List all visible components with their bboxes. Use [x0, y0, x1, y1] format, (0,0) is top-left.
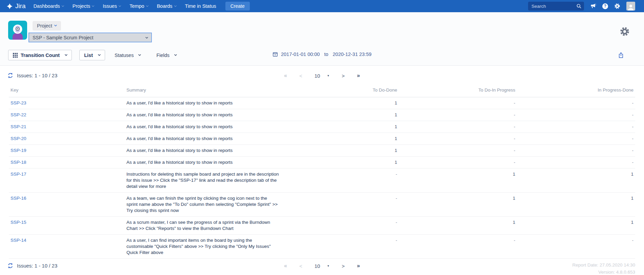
jira-logo[interactable]: Jira	[6, 2, 26, 10]
issues-count-label: Issues: 1 - 10 / 23	[17, 73, 57, 78]
help-icon[interactable]: ?	[602, 3, 608, 9]
date-from: 2017-01-01 00:00	[281, 52, 320, 57]
fields-dropdown-button[interactable]: Fields	[156, 53, 177, 58]
project-select[interactable]: SSP - Sample Scrum Project	[29, 33, 151, 42]
issue-key-link[interactable]: SSP-20	[11, 136, 26, 141]
create-button[interactable]: Create	[225, 2, 250, 11]
project-select-value: SSP - Sample Scrum Project	[33, 35, 93, 40]
issue-summary: As a scrum master, I can see the progres…	[125, 217, 281, 235]
user-silhouette-icon	[627, 4, 635, 11]
report-settings-icon[interactable]	[620, 26, 630, 38]
pager-prev-button[interactable]: <	[299, 73, 302, 79]
issue-summary: As a team, we can finish the sprint by c…	[125, 193, 281, 217]
export-button[interactable]	[618, 52, 624, 59]
issue-key-link[interactable]: SSP-23	[11, 100, 26, 105]
view-dropdown-button[interactable]: List	[79, 50, 105, 60]
metric-value: -	[281, 193, 399, 217]
column-todo-inprogress[interactable]: To Do-In Progress	[399, 85, 517, 97]
metric-value: -	[399, 145, 517, 157]
metric-value: -	[517, 121, 635, 133]
table-row: SSP-23As a user, I'd like a historical s…	[9, 97, 635, 109]
issue-key-link[interactable]: SSP-18	[11, 160, 26, 165]
issue-key-link[interactable]: SSP-17	[11, 172, 26, 177]
issue-summary: As a user, I'd like a historical story t…	[125, 145, 281, 157]
page-size-value: 10	[315, 73, 320, 79]
report-header: Project SSP - Sample Scrum Project Trans…	[0, 12, 644, 66]
refresh-icon[interactable]	[7, 73, 13, 78]
table-row: SSP-22As a user, I'd like a historical s…	[9, 109, 635, 121]
calendar-icon	[273, 52, 278, 57]
issue-key-link[interactable]: SSP-16	[11, 196, 26, 201]
table-row: SSP-18As a user, I'd like a historical s…	[9, 157, 635, 169]
pager-last-button[interactable]: »	[357, 73, 360, 79]
issue-summary: As a user, I'd like a historical story t…	[125, 157, 281, 169]
column-key[interactable]: Key	[9, 85, 125, 97]
project-avatar-icon	[8, 21, 27, 40]
metric-value: -	[399, 157, 517, 169]
date-range-picker[interactable]: 2017-01-01 00:00 to 2020-12-31 23:59	[273, 52, 371, 57]
pager-next-button[interactable]: >	[342, 73, 345, 79]
metric-value: 1	[517, 169, 635, 193]
project-avatar	[8, 21, 27, 40]
issue-key-link[interactable]: SSP-15	[11, 220, 26, 225]
pager-first-button[interactable]: «	[284, 73, 287, 79]
nav-time-in-status[interactable]: Time in Status	[181, 0, 221, 12]
issue-key-link[interactable]: SSP-22	[11, 112, 26, 117]
export-icon	[618, 52, 624, 58]
pager-last-button[interactable]: »	[357, 263, 360, 269]
metric-value: 1	[281, 121, 399, 133]
project-type-button[interactable]: Project	[33, 21, 61, 31]
metric-value: -	[517, 157, 635, 169]
page-size-select[interactable]: ▼	[327, 264, 329, 268]
metric-value: -	[281, 169, 399, 193]
issue-summary: As a user, I can find important items on…	[125, 235, 281, 259]
report-date: Report Date: 27.05.2020 14:30	[572, 261, 635, 269]
jira-logo-text: Jira	[15, 2, 26, 10]
table-row: SSP-19As a user, I'd like a historical s…	[9, 145, 635, 157]
column-todo-done[interactable]: To Do-Done	[281, 85, 399, 97]
nav-boards[interactable]: Boards	[153, 0, 181, 12]
metric-value: 1	[399, 169, 517, 193]
grid-icon	[13, 53, 18, 58]
statuses-dropdown-button[interactable]: Statuses	[115, 53, 141, 58]
issues-count: Issues: 1 - 10 / 23	[7, 73, 57, 78]
table-row: SSP-21As a user, I'd like a historical s…	[9, 121, 635, 133]
column-summary[interactable]: Summary	[125, 85, 281, 97]
refresh-icon-bottom[interactable]	[7, 263, 13, 269]
search-input[interactable]	[528, 2, 584, 11]
toolbar: Transition Count List Statuses Fields 20…	[0, 50, 644, 60]
nav-projects[interactable]: Projects	[68, 0, 98, 12]
page-size-select[interactable]: ▼	[327, 74, 329, 77]
metric-value: -	[517, 133, 635, 145]
issue-summary: As a user, I'd like a historical story t…	[125, 97, 281, 109]
issue-summary: As a user, I'd like a historical story t…	[125, 133, 281, 145]
search-icon[interactable]	[576, 3, 582, 9]
issue-key-link[interactable]: SSP-21	[11, 124, 26, 129]
settings-icon[interactable]	[614, 3, 620, 9]
pager-bottom: « < 10 ▼ > »	[284, 263, 360, 269]
list-header: Issues: 1 - 10 / 23 « < 10 ▼ > »	[0, 72, 644, 82]
jira-logo-icon	[6, 3, 13, 10]
quick-search	[528, 2, 584, 11]
metric-value: 1	[517, 193, 635, 217]
column-inprogress-done[interactable]: In Progress-Done	[517, 85, 635, 97]
nav-issues[interactable]: Issues	[98, 0, 125, 12]
table-row: SSP-17Instructions for deleting this sam…	[9, 169, 635, 193]
nav-tempo[interactable]: Tempo	[125, 0, 153, 12]
issue-key-link[interactable]: SSP-19	[11, 148, 26, 153]
pager-first-button[interactable]: «	[284, 263, 287, 269]
metric-dropdown-button[interactable]: Transition Count	[8, 50, 72, 60]
issue-summary: As a user, I'd like a historical story t…	[125, 121, 281, 133]
user-avatar[interactable]	[626, 2, 635, 11]
nav-dashboards[interactable]: Dashboards	[29, 0, 68, 12]
pager-top: « < 10 ▼ > »	[284, 73, 360, 79]
issues-table: Key Summary To Do-Done To Do-In Progress…	[9, 85, 635, 259]
issues-count-label-bottom: Issues: 1 - 10 / 23	[17, 263, 57, 269]
announcement-icon[interactable]	[590, 3, 596, 9]
pager-next-button[interactable]: >	[342, 263, 345, 269]
top-navbar: Jira Dashboards Projects Issues Tempo Bo…	[0, 0, 644, 12]
metric-value: -	[399, 235, 517, 259]
issue-key-link[interactable]: SSP-14	[11, 238, 26, 243]
pager-prev-button[interactable]: <	[299, 263, 302, 269]
metric-value: 1	[281, 145, 399, 157]
